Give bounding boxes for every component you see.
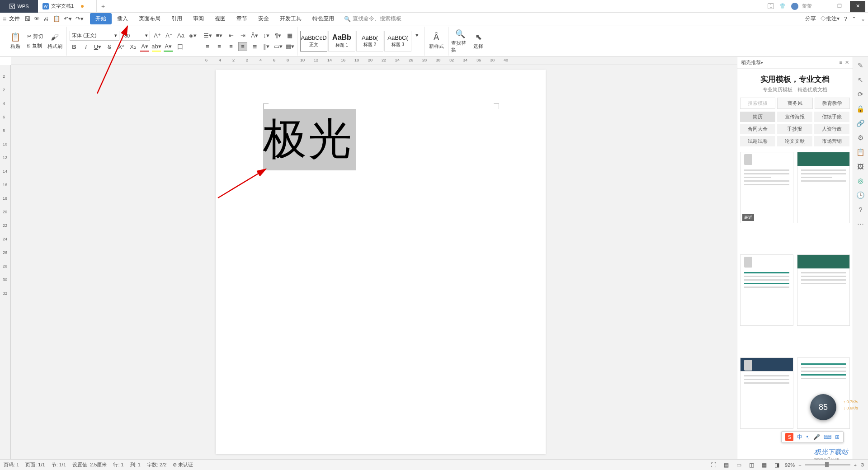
fullscreen-icon[interactable]: ⛶ (709, 461, 718, 469)
cat-hr[interactable]: 人资行政 (814, 124, 849, 134)
char-shading-icon[interactable]: A▾ (164, 42, 173, 52)
ime-lang[interactable]: 中 (797, 433, 802, 441)
cut-button[interactable]: ✂ 剪切 (24, 33, 46, 40)
italic-icon[interactable]: I (81, 42, 90, 52)
cat-handcopy[interactable]: 手抄报 (777, 124, 812, 134)
collapse-ribbon-icon[interactable]: ⌃ (852, 16, 856, 22)
align-center-icon[interactable]: ≡ (215, 42, 224, 51)
save-icon[interactable]: 🖫 (24, 15, 30, 22)
paste-icon[interactable]: 📋 (53, 15, 60, 22)
link-icon[interactable]: 🔗 (856, 119, 865, 127)
notification-badge[interactable]: 1 (768, 3, 774, 9)
formatpainter-button[interactable]: 🖌格式刷 (46, 33, 64, 50)
cat-thesis[interactable]: 论文文献 (777, 136, 812, 146)
sort-icon[interactable]: ↕▾ (262, 31, 271, 40)
panel-tab-business[interactable]: 商务风 (777, 98, 812, 109)
template-thumb[interactable] (740, 357, 793, 429)
tab-devtools[interactable]: 开发工具 (274, 13, 307, 24)
template-thumb[interactable]: 最近 (740, 152, 793, 223)
split-icon[interactable]: ◨ (772, 461, 781, 469)
help-icon[interactable]: ? (844, 16, 847, 22)
view-outline-icon[interactable]: ◫ (747, 461, 756, 469)
print-preview-icon[interactable]: 👁 (34, 15, 40, 22)
ime-keyboard-icon[interactable]: ⌨ (824, 434, 831, 440)
page[interactable]: 极光 (216, 70, 546, 454)
underline-icon[interactable]: U▾ (93, 42, 102, 52)
tab-security[interactable]: 安全 (253, 13, 274, 24)
panel-tab-search[interactable]: 搜索模板 (740, 98, 775, 109)
tab-pagelayout[interactable]: 页面布局 (133, 13, 166, 24)
apparel-icon[interactable]: 👕 (778, 2, 788, 11)
status-words[interactable]: 字数: 2/2 (147, 461, 166, 468)
align-justify-icon[interactable]: ≡ (238, 42, 247, 51)
lock-icon[interactable]: 🔒 (856, 105, 865, 113)
image-icon[interactable]: 🖼 (857, 163, 864, 170)
help-sidebar-icon[interactable]: ? (859, 206, 862, 213)
ime-voice-icon[interactable]: 🎤 (813, 434, 820, 440)
outdent-icon[interactable]: ⇤ (226, 31, 236, 40)
highlight-icon[interactable]: ab▾ (152, 42, 161, 52)
strike-icon[interactable]: S̶ (105, 42, 114, 52)
style-heading3[interactable]: AaBbC(标题 3 (384, 31, 411, 52)
template-thumb[interactable] (797, 152, 850, 223)
superscript-icon[interactable]: X² (117, 42, 126, 52)
cat-resume[interactable]: 简历 (740, 112, 775, 122)
cat-marketing[interactable]: 市场营销 (814, 136, 849, 146)
cat-letter[interactable]: 信纸手账 (814, 112, 849, 122)
panel-close-icon[interactable]: ✕ (845, 60, 849, 66)
cat-exam[interactable]: 试题试卷 (740, 136, 775, 146)
tab-section[interactable]: 章节 (231, 13, 253, 24)
cat-poster[interactable]: 宣传海报 (777, 112, 812, 122)
distribute-icon[interactable]: ≣ (250, 42, 259, 51)
refresh-icon[interactable]: ⟳ (858, 90, 863, 99)
document-tab[interactable]: W 文字文稿1 (38, 0, 97, 13)
copy-button[interactable]: ⎘ 复制 (24, 42, 46, 50)
ime-logo[interactable]: S (785, 433, 793, 441)
grow-font-icon[interactable]: A⁺ (153, 31, 162, 40)
horizontal-ruler[interactable]: 642246810121416182022242628303234363840 (11, 57, 737, 65)
share-button[interactable]: 分享 (805, 15, 816, 23)
view-print-icon[interactable]: ▤ (722, 461, 731, 469)
cursor-icon[interactable]: ↖ (858, 76, 863, 84)
ime-punct[interactable]: •, (806, 434, 810, 440)
indent-icon[interactable]: ⇥ (238, 31, 247, 40)
hamburger-icon[interactable]: ≡ (3, 15, 6, 23)
panel-tab-education[interactable]: 教育教学 (815, 98, 850, 109)
char-border-icon[interactable]: 囗 (175, 42, 184, 52)
status-setval[interactable]: 设置值: 2.5厘米 (72, 461, 107, 468)
bullets-icon[interactable]: ☰▾ (203, 31, 212, 40)
text-effects-icon[interactable]: Ă▾ (250, 31, 259, 40)
findreplace-button[interactable]: 🔍查找替换 (451, 29, 469, 53)
vertical-ruler[interactable]: 22468101214161820222426283032 (0, 65, 11, 459)
chevron-down-icon[interactable]: ⌄ (861, 16, 865, 22)
zoom-out-icon[interactable]: − (798, 462, 801, 468)
style-heading2[interactable]: AaBb(标题 2 (356, 31, 383, 52)
close-button[interactable]: ✕ (850, 1, 865, 12)
clear-format-icon[interactable]: ◈▾ (188, 31, 197, 40)
wps-logo[interactable]: WPS (0, 0, 38, 13)
print-icon[interactable]: 🖨 (43, 15, 49, 22)
search-command[interactable]: 🔍 查找命令、搜索模板 (344, 15, 401, 23)
showmarks-icon[interactable]: ¶▾ (274, 31, 283, 40)
tab-special[interactable]: 特色应用 (307, 13, 340, 24)
tab-start[interactable]: 开始 (90, 13, 112, 24)
style-normal[interactable]: AaBbCcD正文 (300, 31, 327, 52)
status-col[interactable]: 列: 1 (130, 461, 141, 468)
align-left-icon[interactable]: ≡ (203, 42, 212, 51)
status-page-ord[interactable]: 页码: 1 (4, 461, 19, 468)
subscript-icon[interactable]: X₂ (128, 42, 137, 52)
template-thumb[interactable] (740, 254, 793, 326)
tab-references[interactable]: 引用 (166, 13, 188, 24)
font-color-icon[interactable]: A▾ (140, 42, 149, 52)
zoom-in-icon[interactable]: + (854, 462, 857, 468)
status-page[interactable]: 页面: 1/1 (25, 461, 45, 468)
redo-icon[interactable]: ↷▾ (75, 15, 84, 22)
tab-insert[interactable]: 插入 (112, 13, 133, 24)
maximize-button[interactable]: ❐ (833, 1, 846, 12)
font-size-select[interactable]: 80▾ (122, 31, 150, 41)
status-line[interactable]: 行: 1 (113, 461, 123, 468)
align-right-icon[interactable]: ≡ (226, 42, 236, 51)
status-auth[interactable]: ⊘ 未认证 (173, 461, 193, 468)
user-avatar[interactable] (791, 3, 798, 10)
document-area[interactable]: 极光 (11, 65, 737, 459)
